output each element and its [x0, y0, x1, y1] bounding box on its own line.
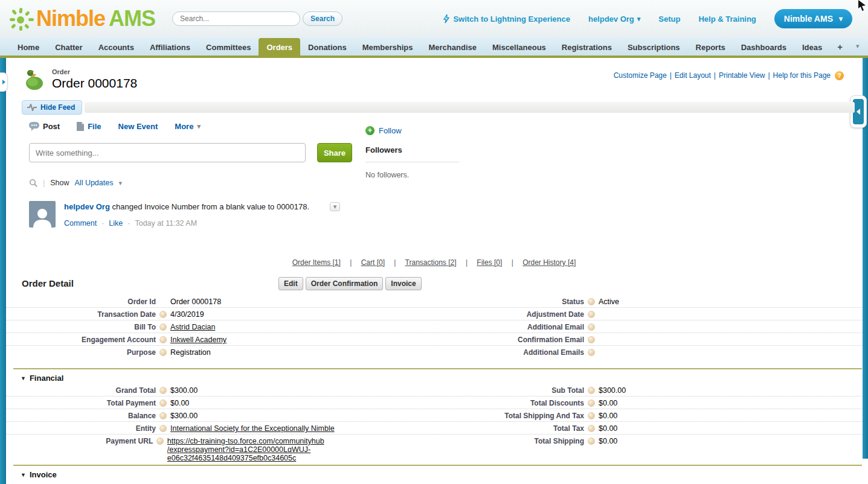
tab-registrations[interactable]: Registrations — [554, 39, 620, 56]
feed-file-tab[interactable]: File — [77, 122, 101, 131]
related-order-items-link[interactable]: Order Items [1] — [292, 258, 341, 267]
tab-accounts[interactable]: Accounts — [91, 39, 142, 56]
user-org-menu[interactable]: helpdev Org — [588, 14, 640, 24]
related-order-history-link[interactable]: Order History [4] — [522, 258, 576, 267]
help-icon[interactable] — [588, 425, 595, 432]
help-icon[interactable] — [588, 311, 595, 318]
add-tab-plus-icon[interactable]: + — [830, 38, 850, 56]
help-for-this-page-link[interactable]: Help for this Page — [773, 71, 831, 80]
switch-to-lightning-link[interactable]: Switch to Lightning Experience — [443, 14, 570, 24]
help-training-link[interactable]: Help & Training — [698, 14, 756, 24]
tab-memberships[interactable]: Memberships — [355, 39, 421, 56]
main-tab-bar: Home Chatter Accounts Affiliations Commi… — [0, 37, 868, 58]
person-silhouette-icon — [32, 208, 53, 228]
comment-link[interactable]: Comment — [64, 219, 97, 228]
help-icon[interactable] — [159, 336, 167, 343]
page-body: Order Order 0000178 Customize Page| Edit… — [0, 58, 868, 484]
feed-item: helpdev Org changed Invoice Number from … — [29, 201, 358, 228]
help-icon[interactable] — [588, 349, 595, 356]
app-menu-button[interactable]: Nimble AMS — [774, 9, 852, 28]
financial-fields: Grand Total $300.00 Total Payment $0.00 … — [6, 384, 863, 463]
show-label: Show — [50, 179, 69, 187]
help-icon[interactable] — [588, 438, 595, 445]
field-status: Status Active — [434, 295, 863, 308]
edit-button[interactable]: Edit — [278, 277, 303, 290]
payment-url-link[interactable]: https://cb-training-tso.force.com/commun… — [167, 436, 434, 462]
global-search-button[interactable]: Search — [303, 11, 342, 26]
avatar[interactable] — [29, 201, 56, 228]
help-icon[interactable] — [159, 412, 167, 419]
tab-home[interactable]: Home — [10, 39, 47, 56]
invoice-button[interactable]: Invoice — [385, 277, 421, 290]
tab-donations[interactable]: Donations — [300, 39, 355, 56]
tab-merchandise[interactable]: Merchandise — [420, 39, 484, 56]
speech-bubble-icon — [29, 122, 39, 131]
field-additional-email: Additional Email — [434, 320, 863, 333]
page-title: Order 0000178 — [52, 76, 137, 91]
field-confirmation-email: Confirmation Email — [434, 333, 863, 346]
hide-feed-button[interactable]: Hide Feed — [22, 100, 82, 115]
tab-committees[interactable]: Committees — [198, 39, 259, 56]
tab-orders[interactable]: Orders — [259, 38, 300, 56]
all-tabs-chevron-icon[interactable] — [850, 36, 866, 56]
help-icon[interactable] — [588, 412, 595, 419]
help-icon[interactable] — [588, 336, 595, 343]
setup-link[interactable]: Setup — [658, 14, 680, 24]
field-total-tax: Total Tax $0.00 — [434, 422, 863, 435]
customize-page-link[interactable]: Customize Page — [614, 71, 667, 80]
tab-subscriptions[interactable]: Subscriptions — [620, 39, 688, 56]
share-button[interactable]: Share — [317, 143, 352, 162]
like-link[interactable]: Like — [109, 219, 123, 228]
related-files-link[interactable]: Files [0] — [477, 258, 502, 267]
printable-view-link[interactable]: Printable View — [719, 71, 765, 80]
tab-miscellaneous[interactable]: Miscellaneous — [484, 39, 554, 56]
related-transactions-link[interactable]: Transactions [2] — [405, 258, 457, 267]
feed-author-link[interactable]: helpdev Org — [64, 202, 110, 211]
help-icon[interactable] — [588, 298, 595, 305]
lightning-bolt-icon — [443, 14, 450, 24]
tab-chatter[interactable]: Chatter — [47, 39, 91, 56]
file-icon — [77, 122, 84, 131]
order-confirmation-button[interactable]: Order Confirmation — [306, 277, 384, 290]
help-icon[interactable] — [588, 323, 595, 331]
help-icon[interactable] — [588, 387, 595, 394]
entity-link[interactable]: International Society for the Exceptiona… — [170, 424, 335, 433]
help-icon[interactable] — [159, 387, 167, 394]
expand-left-sidebar-handle[interactable] — [0, 72, 8, 92]
help-icon[interactable] — [156, 438, 164, 445]
feed-composer-input[interactable] — [29, 143, 306, 162]
invoice-section-header[interactable]: ▼ Invoice — [13, 466, 862, 479]
tab-reports[interactable]: Reports — [688, 39, 733, 56]
order-id-value: Order 0000178 — [170, 297, 221, 306]
help-icon[interactable] — [159, 349, 167, 356]
follow-link[interactable]: Follow — [379, 126, 402, 135]
feed-post-tab[interactable]: Post — [29, 122, 60, 131]
financial-section-header[interactable]: ▼ Financial — [13, 369, 862, 383]
filter-chevron-icon[interactable] — [118, 179, 122, 187]
help-icon[interactable] — [159, 323, 167, 331]
nimble-ams-logo: Nimble AMS — [8, 5, 155, 32]
related-cart-link[interactable]: Cart [0] — [361, 258, 385, 267]
related-list-shortcuts: Order Items [1] | Cart [0] | Transaction… — [0, 258, 868, 267]
help-icon[interactable] — [159, 400, 167, 407]
feed-item-menu-button[interactable] — [330, 202, 340, 211]
tab-dashboards[interactable]: Dashboards — [733, 39, 794, 56]
engagement-account-link[interactable]: Inkwell Academy — [170, 335, 227, 344]
field-payment-url: Payment URL https://cb-training-tso.forc… — [6, 435, 434, 463]
feed-new-event-tab[interactable]: New Event — [118, 122, 158, 131]
help-icon[interactable] — [159, 425, 167, 432]
help-icon[interactable] — [588, 400, 595, 407]
edit-layout-link[interactable]: Edit Layout — [675, 71, 711, 80]
feed-more-menu[interactable]: More — [175, 122, 201, 131]
tab-ideas[interactable]: Ideas — [794, 39, 830, 56]
help-icon[interactable] — [159, 311, 167, 318]
bill-to-link[interactable]: Astrid Dacian — [170, 322, 215, 331]
help-question-icon[interactable]: ? — [835, 71, 844, 80]
feed-filter-select[interactable]: All Updates — [75, 179, 114, 187]
global-search-input[interactable] — [172, 11, 300, 26]
feed-search-icon[interactable] — [29, 179, 37, 187]
field-total-shipping: Total Shipping $0.00 — [434, 435, 863, 447]
status-value: Active — [599, 297, 619, 306]
tab-affiliations[interactable]: Affiliations — [142, 39, 198, 56]
feed-timestamp: Today at 11:32 AM — [135, 219, 197, 228]
